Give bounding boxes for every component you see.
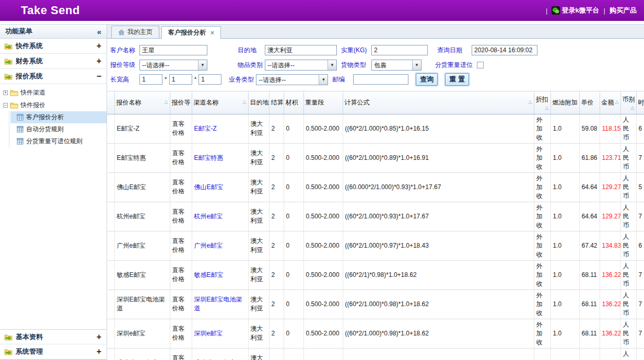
expand-plus-icon[interactable]: +	[97, 332, 101, 342]
tree-collapse-icon[interactable]: −	[3, 103, 8, 108]
table-row[interactable]: 深圳E邮宝电池渠道直客价格深圳E邮宝电池渠道澳大利亚200.500-2.000(…	[107, 289, 644, 319]
sidebar-item-finance-system[interactable]: 财务系统 +	[0, 54, 107, 69]
cell-amount: 136.68	[600, 348, 620, 360]
query-date-input[interactable]	[472, 45, 537, 55]
sidebar-item-express-system[interactable]: 快件系统 +	[0, 39, 107, 54]
tab-customer-quote-analysis[interactable]: 客户报价分析 ×	[161, 26, 221, 39]
tab-my-home[interactable]: 我的主页	[111, 26, 159, 38]
expand-plus-icon[interactable]: +	[97, 41, 101, 51]
channel-link[interactable]: 深圳E邮宝电池渠道	[194, 296, 242, 312]
sort-asc-icon[interactable]: △	[631, 105, 635, 110]
chevron-down-icon: ▼	[327, 60, 336, 70]
length-input[interactable]	[139, 74, 162, 85]
table-row[interactable]: E邮宝-Z直客价格E邮宝-Z澳大利亚200.500-2.000((60*2/1.…	[107, 114, 644, 143]
cell-indicator	[107, 143, 114, 172]
cell-indicator	[107, 114, 114, 143]
tree-node-label: 快件报价	[20, 101, 45, 110]
cell-range: 0.500-2.000	[303, 260, 343, 289]
width-input[interactable]	[169, 74, 192, 85]
cell-volume: 0	[284, 202, 303, 231]
column-header-formula[interactable]: 计算公式△	[343, 91, 534, 114]
login-kwei-link[interactable]: 登录k微平台	[552, 6, 599, 15]
channel-link[interactable]: 敏感E邮宝	[194, 271, 224, 278]
quote-results-table: 报价名称△报价等渠道名称△目的地结算材积重量段计算公式△折扣△燃油附加单价金额△…	[107, 91, 644, 360]
main-area: 我的主页 客户报价分析 × 客户名称 目的地 实重(KG) 查询日期 报价等级	[107, 24, 644, 360]
tree-node-express-quote[interactable]: − 快件报价	[3, 99, 107, 111]
cell-channel: E邮宝特惠	[192, 143, 248, 172]
channel-link[interactable]: E邮宝-Z	[194, 125, 217, 132]
cell-settle: 2	[269, 202, 284, 231]
tree-node-express-channel[interactable]: + 快件渠道	[3, 86, 107, 99]
search-button[interactable]: 查询	[416, 73, 438, 86]
cell-volume: 0	[284, 172, 303, 202]
folder-icon	[10, 101, 18, 109]
table-row[interactable]: 深圳e邮宝直客价格深圳e邮宝澳大利亚200.500-2.000((60*2/1.…	[107, 319, 644, 348]
table-row[interactable]: 敏感E邮宝直客价格敏感E邮宝澳大利亚200.500-2.000((60*2/1)…	[107, 260, 644, 289]
column-header-discount[interactable]: 折扣△	[534, 91, 551, 114]
channel-link[interactable]: E邮宝特惠	[194, 154, 224, 161]
cell-name: 敏感E邮宝	[114, 260, 170, 289]
chevron-down-icon: ▼	[412, 60, 421, 70]
cell-eta: 6	[636, 231, 644, 260]
cell-formula: ((60*2/1.000)*0.85)*1.0+16.15	[343, 114, 534, 143]
table-row[interactable]: 佛山E邮宝直客价格佛山E邮宝澳大利亚200.500-2.000((60.000*…	[107, 172, 644, 202]
customer-name-input[interactable]	[139, 45, 207, 55]
cell-currency: 人民币	[620, 289, 636, 319]
channel-link[interactable]: 深圳e邮宝	[194, 330, 223, 337]
zip-code-input[interactable]	[353, 74, 408, 85]
close-tab-icon[interactable]: ×	[210, 29, 214, 37]
cell-grade: 直客价格	[170, 172, 192, 202]
cell-channel: 深圳E邮宝电池渠道	[192, 289, 248, 319]
sort-asc-icon[interactable]: △	[529, 99, 532, 104]
split-weight-carry-checkbox[interactable]	[477, 62, 484, 68]
customer-name-label: 客户名称	[110, 46, 139, 55]
cell-dest: 澳大利亚	[248, 319, 269, 348]
quote-grade-select[interactable]: --请选择-- ▼	[139, 60, 207, 71]
height-input[interactable]	[198, 74, 221, 85]
collapse-minus-icon[interactable]: −	[97, 72, 101, 81]
cell-discount: 外加收	[534, 202, 551, 231]
sidebar-item-auto-split-rules[interactable]: 自动分货规则	[10, 123, 107, 135]
item-category-select[interactable]: --请选择-- ▼	[265, 60, 337, 71]
cell-fuel: 1.0	[551, 143, 579, 172]
sidebar-item-split-weight-carry-rules[interactable]: 分货重量可进位规则	[10, 135, 107, 147]
destination-input[interactable]	[265, 45, 337, 55]
table-row[interactable]: 杭州e邮宝直客价格杭州e邮宝澳大利亚200.500-2.000((60*2/1.…	[107, 202, 644, 231]
column-header-amount[interactable]: 金额△	[600, 91, 620, 114]
reset-button[interactable]: 重 置	[445, 73, 469, 86]
cell-volume: 0	[284, 143, 303, 172]
column-header-name[interactable]: 报价名称△	[114, 91, 170, 114]
sidebar-item-customer-quote-analysis[interactable]: 客户报价分析	[10, 111, 107, 123]
channel-link[interactable]: 佛山E邮宝	[194, 183, 224, 191]
column-header-channel[interactable]: 渠道名称△	[192, 91, 248, 114]
collapse-sidebar-icon[interactable]: «	[97, 27, 101, 36]
cell-settle: 2	[269, 260, 284, 289]
table-row[interactable]: 香港线下E邮宝直客价格香港线下E邮宝澳大利亚200.501-2.000((59.…	[107, 348, 644, 360]
sort-asc-icon[interactable]: △	[545, 105, 549, 110]
table-row[interactable]: 广州e邮宝直客价格广州e邮宝澳大利亚200.500-2.000((60*2/1.…	[107, 231, 644, 260]
cell-indicator	[107, 231, 114, 260]
sort-asc-icon[interactable]: △	[165, 99, 168, 104]
sidebar-item-basic-data[interactable]: 基本资料 +	[0, 329, 107, 344]
module-folder-icon	[4, 333, 13, 341]
business-type-select[interactable]: --请选择-- ▼	[256, 74, 328, 85]
sidebar-item-quote-system[interactable]: 报价系统 −	[0, 69, 107, 84]
sort-asc-icon[interactable]: △	[615, 99, 619, 104]
channel-link[interactable]: 杭州e邮宝	[194, 213, 223, 220]
cell-price: 68.11	[579, 319, 600, 348]
channel-link[interactable]: 广州e邮宝	[194, 242, 223, 249]
column-header-currency[interactable]: 币别△	[620, 91, 636, 114]
chevron-down-icon: ▼	[198, 60, 207, 70]
sidebar-item-system-management[interactable]: 系统管理 +	[0, 344, 107, 359]
amount-value: 123.71	[602, 154, 621, 161]
actual-weight-input[interactable]	[371, 45, 428, 55]
cell-formula: ((60*2/1.000)*0.98)*1.0+18.62	[343, 289, 534, 319]
cell-volume: 0	[284, 114, 303, 143]
expand-plus-icon[interactable]: +	[97, 56, 101, 66]
sort-asc-icon[interactable]: △	[243, 99, 247, 104]
expand-plus-icon[interactable]: +	[97, 347, 101, 356]
table-row[interactable]: E邮宝特惠直客价格E邮宝特惠澳大利亚200.500-2.000((60*2/1.…	[107, 143, 644, 172]
buy-product-link[interactable]: 购买产品	[610, 6, 637, 15]
cargo-type-select[interactable]: 包裹 ▼	[371, 60, 421, 71]
tree-expand-icon[interactable]: +	[3, 90, 8, 95]
